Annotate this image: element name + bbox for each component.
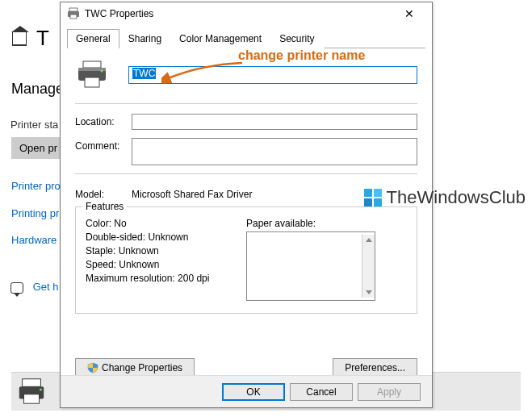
apply-button[interactable]: Apply: [358, 383, 421, 401]
features-group: Features Color: No Double-sided: Unknown…: [75, 206, 417, 314]
svg-rect-0: [23, 379, 41, 387]
printer-name-input[interactable]: TWC: [128, 66, 417, 84]
svg-rect-6: [70, 15, 77, 19]
breadcrumb-home[interactable]: T: [12, 26, 49, 51]
open-print-queue-button[interactable]: Open pr: [11, 137, 60, 159]
dialog-button-row: OK Cancel Apply: [61, 375, 432, 407]
feature-double-sided: Double-sided: Unknown: [86, 231, 246, 243]
paper-available-list[interactable]: [246, 231, 375, 301]
comment-input[interactable]: [132, 138, 417, 165]
svg-rect-10: [85, 77, 99, 87]
svg-rect-2: [24, 394, 40, 403]
svg-point-3: [40, 389, 42, 391]
ok-button[interactable]: OK: [222, 383, 285, 401]
paper-available-label: Paper available:: [246, 218, 407, 229]
chat-icon: [10, 282, 23, 294]
hardware-properties-link[interactable]: Hardware: [11, 234, 57, 246]
page-title-fragment: T: [36, 26, 49, 50]
tab-body-general: TWC Location: Comment: Model: Microsoft …: [61, 48, 432, 386]
feature-max-resolution: Maximum resolution: 200 dpi: [86, 273, 246, 284]
printer-properties-dialog: TWC Properties ✕ General Sharing Color M…: [60, 2, 433, 408]
get-help-link[interactable]: Get h: [33, 281, 59, 293]
model-value: Microsoft Shared Fax Driver: [132, 189, 252, 200]
change-properties-label: Change Properties: [102, 362, 182, 373]
printer-status-label: Printer sta: [10, 119, 58, 131]
location-label: Location:: [75, 114, 132, 127]
location-input[interactable]: [132, 114, 417, 130]
printing-preferences-link[interactable]: Printing pr: [11, 207, 59, 219]
svg-rect-4: [69, 8, 77, 11]
home-icon: [12, 31, 27, 46]
get-help-row: Get h: [10, 281, 58, 294]
svg-rect-7: [83, 61, 101, 68]
printer-icon: [16, 376, 47, 407]
printer-properties-link[interactable]: Printer pro: [11, 180, 61, 192]
tab-general[interactable]: General: [67, 29, 119, 48]
tab-security[interactable]: Security: [270, 29, 323, 48]
divider-2: [75, 173, 417, 174]
shield-icon: [87, 362, 98, 373]
feature-staple: Staple: Unknown: [86, 245, 246, 256]
feature-speed: Speed: Unknown: [86, 259, 246, 270]
printer-small-icon: [67, 7, 80, 20]
manage-heading: Manage: [11, 81, 64, 98]
titlebar[interactable]: TWC Properties ✕: [61, 2, 432, 25]
tab-strip: General Sharing Color Management Securit…: [67, 28, 425, 48]
dialog-title: TWC Properties: [85, 8, 393, 19]
feature-color: Color: No: [86, 218, 246, 229]
printer-large-icon: [75, 60, 109, 90]
divider: [75, 103, 417, 104]
preferences-label: Preferences...: [345, 362, 405, 373]
tab-color-management[interactable]: Color Management: [170, 29, 270, 48]
comment-label: Comment:: [75, 138, 132, 152]
tab-sharing[interactable]: Sharing: [119, 29, 170, 48]
cancel-button[interactable]: Cancel: [290, 383, 353, 401]
close-button[interactable]: ✕: [393, 2, 425, 25]
model-label: Model:: [75, 189, 132, 200]
svg-point-11: [101, 70, 103, 73]
scrollbar[interactable]: [362, 235, 375, 298]
printer-name-value: TWC: [132, 68, 156, 79]
features-legend: Features: [82, 201, 127, 212]
